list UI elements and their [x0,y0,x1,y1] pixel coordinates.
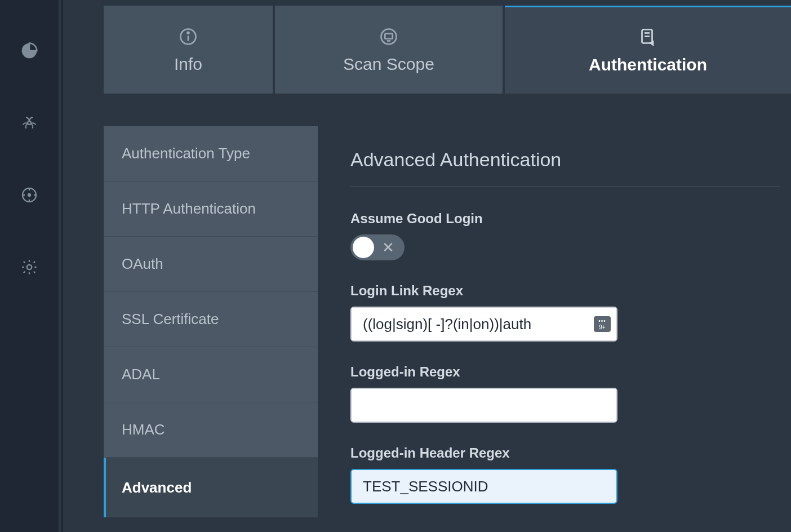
svg-point-6 [188,32,189,34]
login-link-regex-input-wrapper: ••• 9+ [350,307,617,342]
toggle-knob [353,237,374,258]
svg-point-0 [28,121,31,125]
close-icon: ✕ [382,240,394,255]
content-panel: Advanced Authentication Assume Good Logi… [350,149,791,532]
nav-rail [0,0,61,532]
sidebar-item-label: ADAL [122,366,160,383]
sidebar-item-label: SSL Certificate [122,311,219,328]
assume-good-login-label: Assume Good Login [350,211,780,227]
logged-in-regex-label: Logged-in Regex [350,364,780,380]
dashboard-icon[interactable] [19,41,39,61]
sidebar-item-adal[interactable]: ADAL [104,347,318,402]
regex-helper-icon[interactable]: ••• 9+ [594,316,611,332]
logged-in-header-regex-input[interactable] [363,478,605,495]
sidebar-item-hmac[interactable]: HMAC [104,402,318,458]
login-link-regex-label: Login Link Regex [350,283,780,299]
tab-bar: Info Scan Scope Authentication [104,6,791,94]
sidebar-item-auth-type[interactable]: Authentication Type [104,126,318,181]
logged-in-header-regex-label: Logged-in Header Regex [350,445,780,461]
sidebar-item-label: HMAC [122,421,165,438]
sidebar-item-label: Advanced [122,479,192,496]
logged-in-regex-input[interactable] [363,397,605,414]
auth-sidebar: Authentication Type HTTP Authentication … [104,126,318,517]
tab-label: Authentication [589,55,707,74]
tab-scan-scope[interactable]: Scan Scope [275,6,503,94]
sidebar-item-oauth[interactable]: OAuth [104,237,318,292]
biohazard-icon[interactable] [19,113,39,133]
sidebar-item-label: HTTP Authentication [122,200,256,218]
svg-point-3 [27,265,32,270]
svg-point-7 [381,29,397,45]
login-link-regex-input[interactable] [363,316,605,333]
target-icon[interactable] [19,185,39,205]
main-area: Info Scan Scope Authentication Authentic… [63,0,791,532]
sidebar-item-label: Authentication Type [122,145,250,162]
sidebar-item-advanced[interactable]: Advanced [104,458,318,517]
gear-icon[interactable] [19,257,39,277]
sidebar-item-http-auth[interactable]: HTTP Authentication [104,181,318,237]
chip-text: 9+ [599,325,605,330]
tab-info[interactable]: Info [104,6,273,94]
tab-label: Info [174,55,202,74]
form-icon [638,27,658,47]
sidebar-item-label: OAuth [122,255,163,273]
logged-in-header-regex-input-wrapper [350,469,617,504]
assume-good-login-toggle[interactable]: ✕ [350,234,405,260]
sidebar-item-ssl[interactable]: SSL Certificate [104,292,318,347]
tab-authentication[interactable]: Authentication [505,6,791,94]
svg-rect-8 [385,34,393,39]
svg-point-2 [28,194,30,196]
panel-title: Advanced Authentication [350,149,780,187]
tab-label: Scan Scope [343,55,434,74]
logged-in-regex-input-wrapper [350,388,617,423]
info-icon [178,26,198,47]
monitor-icon [379,26,399,47]
